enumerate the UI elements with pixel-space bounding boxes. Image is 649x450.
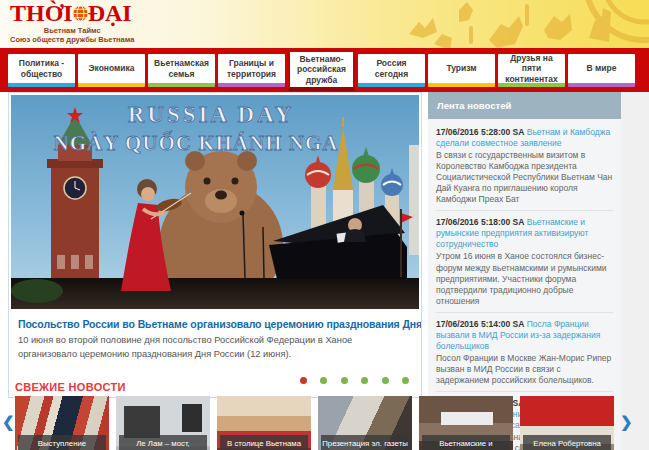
site-header: THỜIĐẠI Вьетнам Таймс Союз обществ дружб…: [0, 0, 649, 48]
carousel-dot[interactable]: [361, 377, 368, 384]
carousel-dot[interactable]: [402, 377, 409, 384]
news-item-text: Посол Франции в Москве Жан-Морис Рипер в…: [436, 353, 613, 386]
nav-item-label: Друзья на пяти континентах: [501, 53, 562, 84]
news-feed-title: Лента новостей: [428, 92, 621, 119]
page-right-margin: [621, 92, 649, 450]
banner-line1: RUSSIA DAY: [128, 102, 295, 127]
nav-item-tourism[interactable]: Туризм: [428, 54, 495, 87]
carousel-dot[interactable]: [382, 377, 389, 384]
thumb-caption: Выступление председателя: [18, 435, 106, 450]
logo-subtitle-1: Вьетнам Таймс: [10, 26, 134, 35]
hero-carousel: RUSSIA DAY NGÀY QUỐC KHÁNH NGA: [8, 92, 422, 398]
site-logo[interactable]: THỜIĐẠI Вьетнам Таймс Союз обществ дружб…: [10, 1, 134, 44]
fresh-news-thumb[interactable]: Вьетнамские и румынские: [419, 396, 513, 450]
nav-item-politics-society[interactable]: Политика - общество: [8, 54, 75, 87]
nav-item-russia-today[interactable]: Россия сегодня: [358, 54, 425, 87]
hero-article-title[interactable]: Посольство России во Вьетнаме организова…: [9, 311, 421, 333]
carousel-dot[interactable]: [341, 377, 348, 384]
nav-item-friends-five-continents[interactable]: Друзья на пяти континентах: [498, 54, 565, 87]
thumb-caption: Елена Робертовна: [523, 435, 611, 450]
nav-item-label: Туризм: [446, 63, 476, 73]
nav-item-vietnamese-family[interactable]: Вьетнамская семья: [148, 54, 215, 87]
hero-article-excerpt: 10 июня во второй половине дня посольств…: [9, 333, 421, 362]
fresh-news-thumb[interactable]: Выступление председателя: [15, 396, 109, 450]
news-feed-item: 17/06/2016 5:14:00 SA Посла Франции вызв…: [436, 312, 613, 391]
banner-line2: NGÀY QUỐC KHÁNH NGA: [54, 131, 339, 155]
logo-text-left: THỜI: [10, 1, 73, 25]
nav-item-label: Политика - общество: [11, 58, 72, 78]
news-item-timestamp: 17/06/2016 5:18:00 SA: [436, 217, 524, 227]
russia-day-banner-illustration: RUSSIA DAY NGÀY QUỐC KHÁNH NGA: [11, 95, 419, 309]
fresh-news-thumb[interactable]: В столице Вьетнама: [217, 396, 311, 450]
hero-image[interactable]: RUSSIA DAY NGÀY QUỐC KHÁNH NGA: [11, 95, 419, 309]
nav-item-label: В мире: [587, 63, 617, 73]
nav-item-label: Экономика: [88, 63, 134, 73]
news-item-text: В связи с государственным визитом в Коро…: [436, 150, 613, 205]
news-item-timestamp: 17/06/2016 5:14:00 SA: [436, 319, 524, 329]
news-item-text: Утром 16 июня в Ханое состоялся бизнес-ф…: [436, 251, 613, 306]
thumb-caption: Презентация эл. газеты: [321, 435, 409, 450]
carousel-next-icon[interactable]: ❯: [620, 414, 633, 429]
thumb-caption: В столице Вьетнама: [220, 435, 308, 450]
nav-item-vietnam-russia-friendship[interactable]: Вьетнамо-российская дружба: [288, 50, 355, 91]
fresh-news-thumb[interactable]: Елена Робертовна: [520, 396, 614, 450]
globe-icon: [72, 5, 89, 22]
nav-item-label: Вьетнамская семья: [151, 58, 212, 78]
fresh-news-thumb[interactable]: Презентация эл. газеты: [318, 396, 412, 450]
carousel-prev-icon[interactable]: ❮: [2, 414, 15, 429]
nav-item-borders-territory[interactable]: Границы и территория: [218, 54, 285, 87]
logo-wordmark: THỜIĐẠI: [10, 1, 134, 25]
news-feed-item: 17/06/2016 5:18:00 SA Вьетнамские и румы…: [436, 210, 613, 311]
nav-item-label: Границы и территория: [221, 58, 282, 78]
header-drum-pattern: [289, 0, 649, 48]
nav-item-economy[interactable]: Экономика: [78, 54, 145, 87]
nav-item-label: Россия сегодня: [361, 58, 422, 78]
news-feed-item: 17/06/2016 5:28:00 SA Вьетнам и Камбоджа…: [436, 121, 613, 210]
fresh-news-thumb[interactable]: Ле Лам – мост,: [116, 396, 210, 450]
fresh-news-title: СВЕЖИЕ НОВОСТИ: [15, 381, 126, 393]
logo-subtitle-2: Союз обществ дружбы Вьетнама: [10, 35, 134, 44]
news-item-timestamp: 17/06/2016 5:28:00 SA: [436, 127, 524, 137]
nav-item-world[interactable]: В мире: [568, 54, 635, 87]
main-nav: Политика - общество Экономика Вьетнамска…: [0, 48, 649, 92]
thumb-caption: Ле Лам – мост,: [119, 435, 207, 450]
carousel-dot[interactable]: [300, 377, 307, 384]
thumb-caption: Вьетнамские и румынские: [422, 435, 510, 450]
logo-text-right: ĐẠI: [88, 1, 132, 25]
carousel-dot[interactable]: [320, 377, 327, 384]
nav-item-label: Вьетнамо-российская дружба: [293, 54, 350, 85]
fresh-news-carousel: Выступление председателя Ле Лам – мост, …: [15, 396, 621, 450]
